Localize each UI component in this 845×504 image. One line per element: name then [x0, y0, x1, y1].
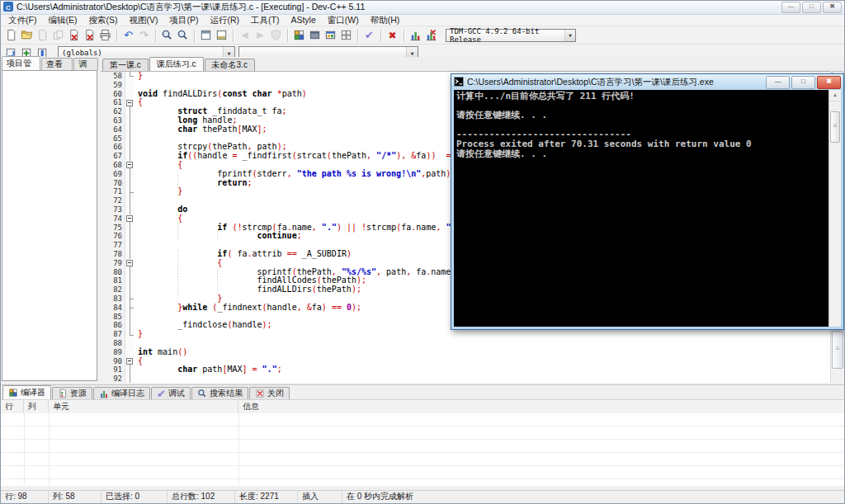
menu-item-e[interactable]: 编辑(E) — [42, 15, 83, 26]
fold-marker — [125, 304, 135, 313]
line-number: 83 — [101, 294, 125, 304]
fold-marker — [125, 374, 135, 383]
line-number: 66 — [101, 143, 125, 152]
undo-icon[interactable]: ↶ — [120, 28, 136, 43]
menu-item-v[interactable]: 视图(V) — [123, 15, 163, 26]
code-line-91: 91 char path[MAX] = "."; — [101, 365, 831, 374]
new-file-icon[interactable] — [3, 28, 19, 43]
left-dock-tab[interactable]: 项目管理 — [2, 56, 40, 70]
fold-marker — [125, 90, 135, 99]
compiler-table-body[interactable] — [1, 413, 844, 486]
line-number: 74 — [101, 214, 125, 224]
line-number: 90 — [101, 357, 125, 366]
fold-marker[interactable] — [125, 357, 135, 366]
abort-icon[interactable]: ✖ — [385, 28, 400, 43]
bottom-tab-compile[interactable]: 编译器 — [2, 385, 51, 399]
close-all-icon[interactable] — [82, 28, 97, 43]
fullscreen-icon[interactable] — [198, 28, 214, 43]
column-header[interactable]: 行 — [1, 400, 24, 413]
globals-combobox-value: (globals) — [62, 49, 102, 57]
print-icon[interactable] — [97, 28, 113, 43]
line-number: 71 — [101, 187, 125, 196]
line-number: 77 — [101, 241, 125, 250]
menu-item-h[interactable]: 帮助(H) — [365, 15, 406, 26]
toggle-panel-icon[interactable] — [214, 28, 229, 43]
close-button[interactable]: ✖ — [823, 2, 842, 13]
fold-marker[interactable] — [125, 98, 135, 107]
code-line-88: 88 — [101, 339, 831, 348]
console-scrollbar[interactable]: ▲ — [828, 90, 841, 327]
column-header[interactable]: 单元 — [49, 400, 238, 413]
chevron-down-icon[interactable]: ▼ — [564, 30, 575, 41]
scroll-up-icon[interactable]: ▲ — [829, 90, 841, 101]
line-number: 69 — [101, 170, 125, 179]
debug-icon[interactable]: ✔ — [361, 28, 377, 43]
editor-scrollbar-thumb[interactable] — [832, 331, 843, 369]
app-icon: C — [3, 2, 13, 13]
console-output: 计算中.../n目前你总共写了 211 行代码! 请按任意键继续. . . --… — [454, 90, 841, 327]
restore-button[interactable]: □ — [802, 2, 821, 13]
fold-marker — [125, 313, 135, 322]
menu-item-r[interactable]: 运行(R) — [204, 15, 245, 26]
compile-icon — [8, 388, 18, 398]
fold-marker[interactable] — [125, 214, 135, 224]
menu-item-p[interactable]: 项目(P) — [163, 15, 204, 26]
menu-item-w[interactable]: 窗口(W) — [322, 15, 365, 26]
console-minimize-button[interactable]: — — [766, 76, 790, 89]
column-header[interactable]: 列 — [24, 400, 49, 413]
code-text: } — [135, 330, 831, 339]
rebuild-icon[interactable] — [338, 28, 354, 43]
compile-icon[interactable] — [291, 28, 307, 43]
compile-run-icon[interactable] — [323, 28, 338, 43]
console-restore-button[interactable]: □ — [791, 76, 815, 89]
left-dock-tabs: 项目管理查看类调试 — [1, 57, 99, 70]
run-icon[interactable] — [307, 28, 323, 43]
console-scrollbar-thumb[interactable] — [830, 111, 840, 143]
editor-tab[interactable]: 第一课.c — [102, 59, 149, 71]
line-number: 58 — [101, 72, 125, 81]
fold-marker — [125, 107, 135, 116]
line-number: 67 — [101, 152, 125, 161]
bottom-tab-close-red[interactable]: 关闭 — [249, 387, 290, 399]
editor-tab[interactable]: 未命名3.c — [205, 59, 255, 71]
bottom-tab-search[interactable]: 搜索结果 — [191, 387, 248, 399]
bottom-tab-resource[interactable]: 资源 — [52, 387, 92, 399]
fold-marker[interactable] — [125, 259, 135, 268]
profile-icon[interactable] — [408, 28, 423, 43]
close-file-icon[interactable] — [66, 28, 82, 43]
column-header[interactable]: 信息 — [238, 400, 844, 413]
console-title-bar[interactable]: C:\Users\Administrator\Desktop\C语言学习\第一课… — [451, 74, 843, 90]
menu-item-s[interactable]: 搜索(S) — [83, 15, 123, 26]
code-line-92: 92 — [101, 374, 831, 383]
bottom-tab-debug[interactable]: ✔调试 — [151, 387, 191, 399]
line-number: 84 — [101, 304, 125, 313]
delete-profile-icon[interactable] — [423, 28, 439, 43]
fold-marker[interactable] — [125, 161, 135, 170]
editor-tab[interactable]: 课后练习.c — [149, 57, 204, 71]
line-number: 73 — [101, 205, 125, 214]
console-window[interactable]: C:\Users\Administrator\Desktop\C语言学习\第一课… — [451, 73, 844, 330]
bottom-tab-log[interactable]: 编译日志 — [93, 387, 150, 399]
compiler-combobox[interactable]: TDM-GCC 4.9.2 64-bit Release▼ — [446, 29, 576, 42]
find-in-files-icon[interactable] — [175, 28, 191, 43]
toolbar-separator — [357, 29, 358, 42]
open-icon[interactable] — [19, 28, 35, 43]
menu-item-astyle[interactable]: AStyle — [285, 15, 321, 26]
minimize-button[interactable]: — — [781, 2, 800, 13]
console-line: 计算中.../n目前你总共写了 211 行代码! — [456, 92, 828, 101]
left-dock-tab[interactable]: 查看类 — [41, 58, 73, 70]
line-number: 65 — [101, 134, 125, 144]
bottom-tab-label: 关闭 — [267, 389, 284, 398]
left-dock-tab[interactable]: 调试 — [73, 58, 98, 70]
menu-item-f[interactable]: 文件(F) — [2, 15, 42, 26]
project-manager-panel[interactable] — [2, 70, 97, 381]
fold-marker — [125, 232, 135, 241]
line-number: 85 — [101, 313, 125, 322]
console-close-button[interactable]: ✖ — [817, 76, 841, 89]
menu-item-t[interactable]: 工具(T) — [245, 15, 285, 26]
fold-marker — [125, 152, 135, 161]
code-line-87: 87} — [101, 330, 831, 339]
find-icon[interactable] — [159, 28, 175, 43]
fold-marker — [125, 268, 135, 277]
toolbar-separator — [233, 29, 234, 42]
